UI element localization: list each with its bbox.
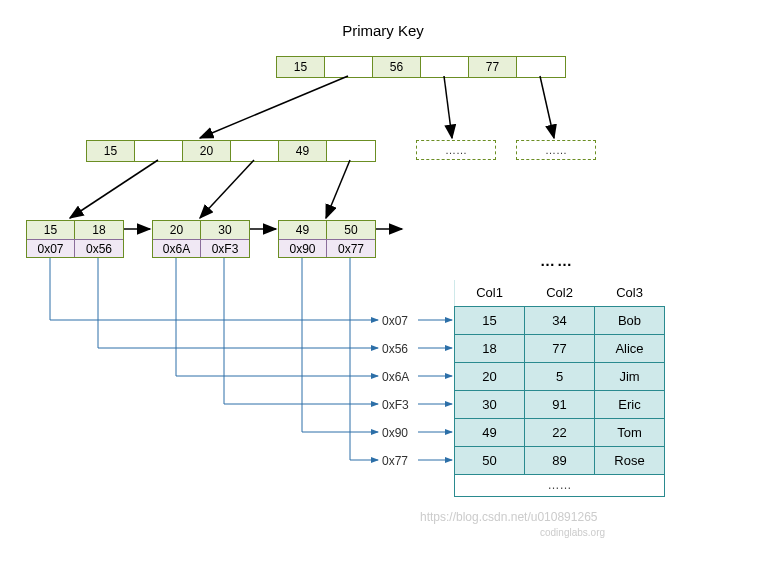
leaf-key: 49 (279, 221, 327, 239)
btree-internal-node: 15 20 49 (86, 140, 376, 162)
root-ptr (517, 57, 565, 77)
svg-line-4 (540, 76, 554, 138)
addr-label: 0x07 (382, 314, 408, 328)
table-row: 20 5 Jim (455, 362, 665, 390)
btree-leaf-node: 15 18 0x07 0x56 (26, 220, 124, 258)
root-key: 56 (373, 57, 421, 77)
svg-line-6 (200, 160, 254, 218)
table-row: 15 34 Bob (455, 306, 665, 334)
leaf-key: 50 (327, 221, 375, 239)
btree-leaf-node: 20 30 0x6A 0xF3 (152, 220, 250, 258)
root-ptr (325, 57, 373, 77)
watermark: https://blog.csdn.net/u010891265 (420, 510, 597, 524)
diagram-title: Primary Key (342, 22, 424, 39)
internal-ptr (135, 141, 183, 161)
placeholder-node: …… (516, 140, 596, 160)
btree-leaf-node: 49 50 0x90 0x77 (278, 220, 376, 258)
leaf-addr: 0x6A (153, 239, 201, 257)
svg-line-5 (70, 160, 158, 218)
addr-label: 0x77 (382, 454, 408, 468)
table-header: Col3 (595, 280, 665, 306)
svg-line-3 (444, 76, 452, 138)
leaf-key: 18 (75, 221, 123, 239)
internal-key: 20 (183, 141, 231, 161)
data-table: Col1 Col2 Col3 15 34 Bob 18 77 Alice 20 … (454, 280, 665, 497)
root-ptr (421, 57, 469, 77)
watermark: codinglabs.org (540, 527, 605, 538)
table-header: Col1 (455, 280, 525, 306)
leaf-addr: 0x07 (27, 239, 75, 257)
svg-line-2 (200, 76, 348, 138)
leaf-key: 20 (153, 221, 201, 239)
internal-key: 15 (87, 141, 135, 161)
leaf-addr: 0xF3 (201, 239, 249, 257)
addr-label: 0xF3 (382, 398, 409, 412)
root-key: 15 (277, 57, 325, 77)
leaf-key: 15 (27, 221, 75, 239)
placeholder-node: …… (416, 140, 496, 160)
table-header: Col2 (525, 280, 595, 306)
addr-label: 0x90 (382, 426, 408, 440)
table-row: 49 22 Tom (455, 418, 665, 446)
internal-key: 49 (279, 141, 327, 161)
ellipsis: …… (540, 252, 574, 269)
leaf-key: 30 (201, 221, 249, 239)
internal-ptr (231, 141, 279, 161)
table-row: 18 77 Alice (455, 334, 665, 362)
internal-ptr (327, 141, 375, 161)
table-row: 50 89 Rose (455, 446, 665, 474)
addr-label: 0x56 (382, 342, 408, 356)
svg-line-7 (326, 160, 350, 218)
btree-root-node: 15 56 77 (276, 56, 566, 78)
leaf-addr: 0x77 (327, 239, 375, 257)
leaf-addr: 0x90 (279, 239, 327, 257)
leaf-addr: 0x56 (75, 239, 123, 257)
table-footer: …… (455, 474, 665, 496)
table-row: 30 91 Eric (455, 390, 665, 418)
root-key: 77 (469, 57, 517, 77)
addr-label: 0x6A (382, 370, 409, 384)
